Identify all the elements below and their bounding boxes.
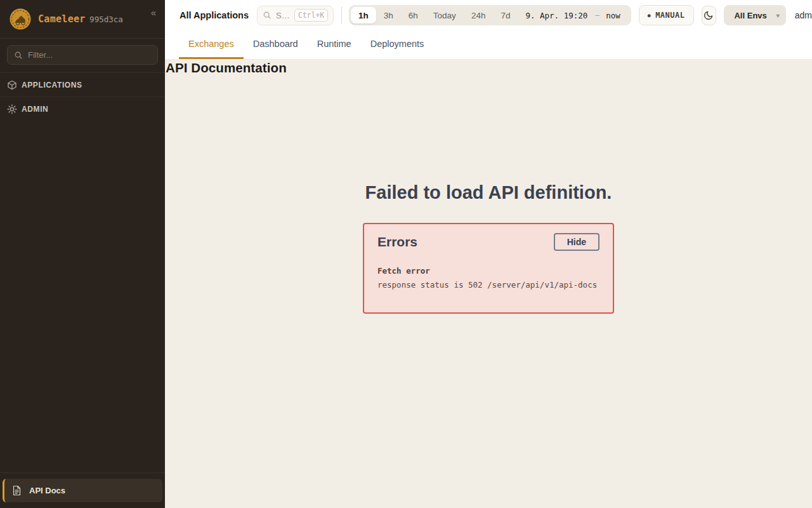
gear-icon	[7, 104, 17, 114]
sidebar-item-label: API Docs	[29, 486, 65, 495]
time-range-from[interactable]: 9. Apr. 19:20	[518, 11, 593, 20]
global-search[interactable]: S… Ctrl+K	[257, 6, 334, 25]
time-range-6h[interactable]: 6h	[401, 7, 426, 23]
brand-name: Cameleer	[38, 13, 86, 25]
sidebar-footer: API Docs	[0, 472, 165, 508]
env-select[interactable]: All Envs ▾	[724, 5, 785, 25]
sidebar-item-api-docs[interactable]: API Docs	[3, 479, 162, 502]
filter-input[interactable]	[28, 50, 151, 60]
document-icon	[12, 485, 22, 496]
time-range-separator: –	[593, 11, 602, 20]
brand-text: Cameleer 995d3ca	[38, 13, 123, 25]
sidebar-spacer	[0, 121, 165, 472]
search-icon	[14, 51, 23, 60]
search-icon	[263, 11, 272, 20]
search-shortcut-badge: Ctrl+K	[294, 9, 329, 22]
sidebar-collapse-icon[interactable]: «	[148, 6, 159, 18]
env-select-value: All Envs	[734, 11, 766, 20]
cameleer-logo-icon	[9, 8, 32, 30]
brand: Cameleer 995d3ca «	[0, 0, 165, 39]
sidebar: Cameleer 995d3ca « APPLICATIONS	[0, 0, 165, 508]
time-range-7d[interactable]: 7d	[493, 7, 518, 23]
status-dot: ●	[648, 13, 651, 18]
tab-exchanges[interactable]: Exchanges	[179, 30, 244, 59]
time-range-24h[interactable]: 24h	[464, 7, 494, 23]
errors-panel-header: Errors Hide	[377, 233, 599, 251]
tab-dashboard[interactable]: Dashboard	[244, 30, 308, 59]
sidebar-item-label: APPLICATIONS	[22, 81, 82, 90]
error-detail: response status is 502 /server/api/v1/ap…	[377, 280, 599, 290]
moon-icon	[704, 10, 714, 20]
time-range-today[interactable]: Today	[426, 7, 464, 23]
tab-runtime[interactable]: Runtime	[308, 30, 361, 59]
topbar: All Applications S… Ctrl+K 1h 3h 6h Toda…	[165, 0, 812, 30]
chevron-down-icon: ▾	[776, 12, 780, 19]
sidebar-item-label: ADMIN	[22, 105, 48, 114]
sidebar-item-admin[interactable]: ADMIN	[0, 97, 165, 121]
time-range-3h[interactable]: 3h	[376, 7, 401, 23]
error-name: Fetch error	[377, 266, 599, 276]
main-column: All Applications S… Ctrl+K 1h 3h 6h Toda…	[165, 0, 812, 508]
brand-id: 995d3ca	[89, 15, 123, 24]
time-range-1h[interactable]: 1h	[351, 7, 376, 23]
sidebar-item-applications[interactable]: APPLICATIONS	[0, 72, 165, 97]
user-label: adm	[795, 10, 812, 20]
cube-icon	[7, 80, 17, 90]
errors-panel-title: Errors	[377, 234, 417, 250]
content-area: API Documentation Failed to load API def…	[165, 59, 812, 508]
page-title: API Documentation	[165, 59, 812, 76]
filter-box[interactable]	[7, 45, 158, 65]
tab-deployments[interactable]: Deployments	[361, 30, 434, 59]
divider	[341, 6, 342, 24]
errors-panel: Errors Hide Fetch error response status …	[363, 223, 614, 314]
load-error-message: Failed to load API definition.	[165, 182, 812, 203]
manual-mode-button[interactable]: ● MANUAL	[639, 5, 694, 25]
scope-label: All Applications	[180, 10, 249, 20]
manual-label: MANUAL	[655, 11, 684, 20]
filter-wrap	[0, 39, 165, 72]
tabbar: Exchanges Dashboard Runtime Deployments	[165, 30, 812, 59]
time-range-selector: 1h 3h 6h Today 24h 7d 9. Apr. 19:20 – no…	[349, 5, 631, 25]
theme-toggle-button[interactable]	[702, 6, 717, 25]
hide-errors-button[interactable]: Hide	[554, 233, 599, 251]
search-placeholder: S…	[276, 11, 290, 20]
time-range-to[interactable]: now	[602, 11, 629, 20]
